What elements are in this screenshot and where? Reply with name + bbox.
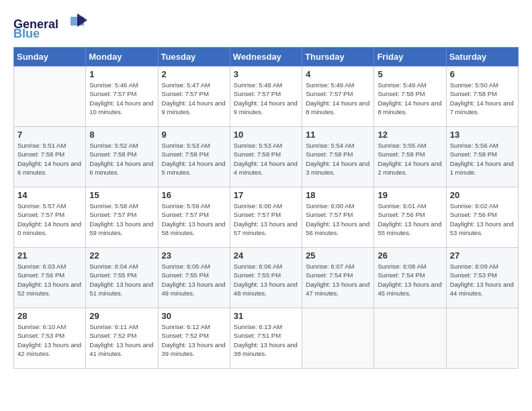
day-number: 10 bbox=[234, 130, 298, 140]
cell-info: Sunrise: 5:49 AMSunset: 7:57 PMDaylight:… bbox=[306, 81, 370, 116]
calendar-cell: 22Sunrise: 6:04 AMSunset: 7:55 PMDayligh… bbox=[86, 248, 158, 308]
day-number: 7 bbox=[17, 130, 82, 140]
cell-info: Sunrise: 5:49 AMSunset: 7:58 PMDaylight:… bbox=[378, 81, 442, 116]
cell-info: Sunrise: 6:00 AMSunset: 7:57 PMDaylight:… bbox=[306, 201, 370, 237]
day-number: 15 bbox=[89, 190, 154, 200]
cell-info: Sunrise: 5:57 AMSunset: 7:57 PMDaylight:… bbox=[17, 201, 82, 237]
day-number: 16 bbox=[162, 190, 226, 200]
cell-info: Sunrise: 5:53 AMSunset: 7:58 PMDaylight:… bbox=[234, 141, 298, 177]
day-number: 1 bbox=[89, 69, 154, 79]
page-header: General Blue bbox=[13, 13, 519, 40]
calendar-table: SundayMondayTuesdayWednesdayThursdayFrid… bbox=[13, 47, 519, 369]
cell-info: Sunrise: 6:10 AMSunset: 7:53 PMDaylight:… bbox=[17, 322, 82, 358]
logo-svg: General Blue bbox=[13, 13, 87, 40]
cell-info: Sunrise: 5:48 AMSunset: 7:57 PMDaylight:… bbox=[234, 81, 298, 116]
day-number: 17 bbox=[234, 190, 298, 200]
calendar-cell: 12Sunrise: 5:55 AMSunset: 7:58 PMDayligh… bbox=[374, 127, 446, 187]
calendar-cell: 2Sunrise: 5:47 AMSunset: 7:57 PMDaylight… bbox=[158, 66, 230, 127]
cell-info: Sunrise: 6:13 AMSunset: 7:51 PMDaylight:… bbox=[234, 322, 298, 358]
calendar-cell: 8Sunrise: 5:52 AMSunset: 7:58 PMDaylight… bbox=[86, 127, 158, 187]
day-number: 25 bbox=[306, 250, 370, 261]
calendar-cell: 13Sunrise: 5:56 AMSunset: 7:58 PMDayligh… bbox=[446, 127, 518, 187]
day-number: 13 bbox=[450, 130, 515, 140]
cell-info: Sunrise: 5:52 AMSunset: 7:58 PMDaylight:… bbox=[89, 141, 154, 177]
weekday-header-wednesday: Wednesday bbox=[230, 48, 302, 66]
day-number: 21 bbox=[17, 250, 82, 261]
svg-text:Blue: Blue bbox=[13, 27, 40, 40]
cell-info: Sunrise: 6:08 AMSunset: 7:54 PMDaylight:… bbox=[378, 262, 442, 298]
day-number: 30 bbox=[162, 311, 226, 321]
cell-info: Sunrise: 6:12 AMSunset: 7:52 PMDaylight:… bbox=[162, 322, 226, 358]
weekday-header-saturday: Saturday bbox=[446, 48, 518, 66]
weekday-header-tuesday: Tuesday bbox=[158, 48, 230, 66]
calendar-cell: 17Sunrise: 6:00 AMSunset: 7:57 PMDayligh… bbox=[230, 187, 302, 248]
day-number: 4 bbox=[306, 69, 370, 79]
calendar-cell: 25Sunrise: 6:07 AMSunset: 7:54 PMDayligh… bbox=[302, 248, 374, 308]
weekday-header-sunday: Sunday bbox=[14, 48, 86, 66]
calendar-cell: 9Sunrise: 5:53 AMSunset: 7:58 PMDaylight… bbox=[158, 127, 230, 187]
day-number: 28 bbox=[17, 311, 82, 321]
calendar-cell: 6Sunrise: 5:50 AMSunset: 7:58 PMDaylight… bbox=[446, 66, 518, 127]
calendar-cell: 7Sunrise: 5:51 AMSunset: 7:58 PMDaylight… bbox=[14, 127, 86, 187]
cell-info: Sunrise: 6:02 AMSunset: 7:56 PMDaylight:… bbox=[450, 201, 515, 237]
calendar-cell: 28Sunrise: 6:10 AMSunset: 7:53 PMDayligh… bbox=[14, 308, 86, 369]
cell-info: Sunrise: 6:07 AMSunset: 7:54 PMDaylight:… bbox=[306, 262, 370, 298]
cell-info: Sunrise: 6:11 AMSunset: 7:52 PMDaylight:… bbox=[89, 322, 154, 358]
cell-info: Sunrise: 6:01 AMSunset: 7:56 PMDaylight:… bbox=[378, 201, 442, 237]
day-number: 23 bbox=[162, 250, 226, 261]
calendar-cell: 4Sunrise: 5:49 AMSunset: 7:57 PMDaylight… bbox=[302, 66, 374, 127]
calendar-cell: 15Sunrise: 5:58 AMSunset: 7:57 PMDayligh… bbox=[86, 187, 158, 248]
calendar-cell: 26Sunrise: 6:08 AMSunset: 7:54 PMDayligh… bbox=[374, 248, 446, 308]
calendar-cell bbox=[14, 66, 86, 127]
calendar-cell: 29Sunrise: 6:11 AMSunset: 7:52 PMDayligh… bbox=[86, 308, 158, 369]
calendar-cell: 23Sunrise: 6:05 AMSunset: 7:55 PMDayligh… bbox=[158, 248, 230, 308]
calendar-cell: 20Sunrise: 6:02 AMSunset: 7:56 PMDayligh… bbox=[446, 187, 518, 248]
calendar-week-4: 21Sunrise: 6:03 AMSunset: 7:56 PMDayligh… bbox=[14, 248, 519, 308]
cell-info: Sunrise: 6:09 AMSunset: 7:53 PMDaylight:… bbox=[450, 262, 515, 298]
day-number: 3 bbox=[234, 69, 298, 79]
calendar-cell: 18Sunrise: 6:00 AMSunset: 7:57 PMDayligh… bbox=[302, 187, 374, 248]
calendar-cell: 30Sunrise: 6:12 AMSunset: 7:52 PMDayligh… bbox=[158, 308, 230, 369]
calendar-cell: 5Sunrise: 5:49 AMSunset: 7:58 PMDaylight… bbox=[374, 66, 446, 127]
cell-info: Sunrise: 6:00 AMSunset: 7:57 PMDaylight:… bbox=[234, 201, 298, 237]
calendar-cell: 27Sunrise: 6:09 AMSunset: 7:53 PMDayligh… bbox=[446, 248, 518, 308]
calendar-cell bbox=[446, 308, 518, 369]
cell-info: Sunrise: 5:51 AMSunset: 7:58 PMDaylight:… bbox=[17, 141, 82, 177]
cell-info: Sunrise: 5:56 AMSunset: 7:58 PMDaylight:… bbox=[450, 141, 515, 177]
calendar-week-2: 7Sunrise: 5:51 AMSunset: 7:58 PMDaylight… bbox=[14, 127, 519, 187]
cell-info: Sunrise: 5:46 AMSunset: 7:57 PMDaylight:… bbox=[89, 81, 154, 116]
cell-info: Sunrise: 6:03 AMSunset: 7:56 PMDaylight:… bbox=[17, 262, 82, 298]
day-number: 18 bbox=[306, 190, 370, 200]
cell-info: Sunrise: 5:58 AMSunset: 7:57 PMDaylight:… bbox=[89, 201, 154, 237]
calendar-cell: 14Sunrise: 5:57 AMSunset: 7:57 PMDayligh… bbox=[14, 187, 86, 248]
day-number: 24 bbox=[234, 250, 298, 261]
day-number: 22 bbox=[89, 250, 154, 261]
calendar-cell: 24Sunrise: 6:06 AMSunset: 7:55 PMDayligh… bbox=[230, 248, 302, 308]
calendar-week-3: 14Sunrise: 5:57 AMSunset: 7:57 PMDayligh… bbox=[14, 187, 519, 248]
day-number: 9 bbox=[162, 130, 226, 140]
cell-info: Sunrise: 6:05 AMSunset: 7:55 PMDaylight:… bbox=[162, 262, 226, 298]
calendar-cell: 10Sunrise: 5:53 AMSunset: 7:58 PMDayligh… bbox=[230, 127, 302, 187]
calendar-cell: 21Sunrise: 6:03 AMSunset: 7:56 PMDayligh… bbox=[14, 248, 86, 308]
weekday-header-friday: Friday bbox=[374, 48, 446, 66]
cell-info: Sunrise: 6:04 AMSunset: 7:55 PMDaylight:… bbox=[89, 262, 154, 298]
calendar-cell: 3Sunrise: 5:48 AMSunset: 7:57 PMDaylight… bbox=[230, 66, 302, 127]
cell-info: Sunrise: 5:55 AMSunset: 7:58 PMDaylight:… bbox=[378, 141, 442, 177]
weekday-header-thursday: Thursday bbox=[302, 48, 374, 66]
day-number: 12 bbox=[378, 130, 442, 140]
calendar-cell: 19Sunrise: 6:01 AMSunset: 7:56 PMDayligh… bbox=[374, 187, 446, 248]
day-number: 19 bbox=[378, 190, 442, 200]
day-number: 29 bbox=[89, 311, 154, 321]
cell-info: Sunrise: 5:50 AMSunset: 7:58 PMDaylight:… bbox=[450, 81, 515, 116]
day-number: 5 bbox=[378, 69, 442, 79]
day-number: 14 bbox=[17, 190, 82, 200]
calendar-cell: 1Sunrise: 5:46 AMSunset: 7:57 PMDaylight… bbox=[86, 66, 158, 127]
cell-info: Sunrise: 5:59 AMSunset: 7:57 PMDaylight:… bbox=[162, 201, 226, 237]
weekday-header-monday: Monday bbox=[86, 48, 158, 66]
calendar-cell: 11Sunrise: 5:54 AMSunset: 7:58 PMDayligh… bbox=[302, 127, 374, 187]
calendar-week-1: 1Sunrise: 5:46 AMSunset: 7:57 PMDaylight… bbox=[14, 66, 519, 127]
calendar-week-5: 28Sunrise: 6:10 AMSunset: 7:53 PMDayligh… bbox=[14, 308, 519, 369]
day-number: 8 bbox=[89, 130, 154, 140]
logo: General Blue bbox=[13, 13, 87, 40]
cell-info: Sunrise: 6:06 AMSunset: 7:55 PMDaylight:… bbox=[234, 262, 298, 298]
